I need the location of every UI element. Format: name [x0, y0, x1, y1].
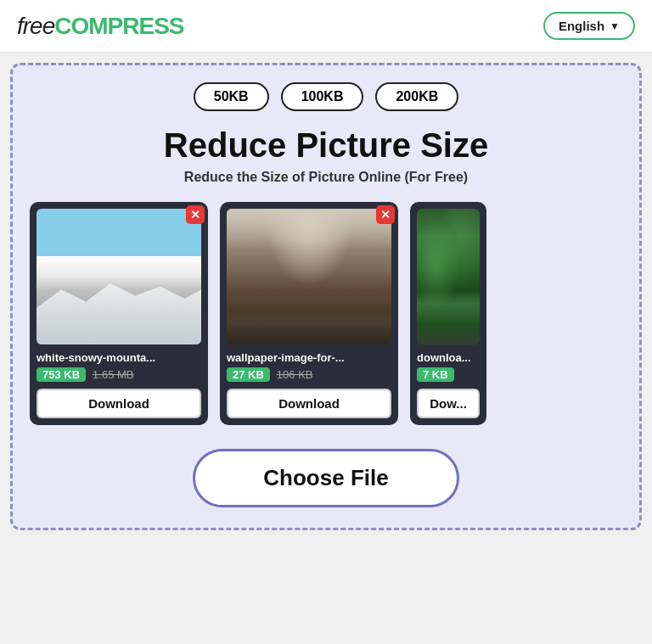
image-card-2: ✕ wallpaper-image-for-... 27 KB 106 KB D…: [220, 202, 398, 425]
logo-compress-text: COMPRESS: [54, 13, 183, 39]
main-content-area: 50KB 100KB 200KB Reduce Picture Size Red…: [10, 63, 642, 530]
card-sizes-2: 27 KB 106 KB: [227, 367, 391, 382]
chevron-down-icon: ▼: [610, 20, 620, 32]
size-button-100kb[interactable]: 100KB: [281, 82, 364, 111]
card-filename-1: white-snowy-mounta...: [37, 351, 201, 364]
logo: freeCOMPRESS: [17, 13, 184, 40]
page-title: Reduce Picture Size: [164, 126, 488, 165]
language-button[interactable]: English ▼: [543, 12, 635, 40]
new-size-badge-2: 27 KB: [227, 367, 270, 382]
snow-mountain-image: [37, 209, 201, 344]
image-cards-row: ✕ white-snowy-mounta... 753 KB 1.65 MB D…: [30, 202, 622, 425]
image-card-1: ✕ white-snowy-mounta... 753 KB 1.65 MB D…: [30, 202, 208, 425]
choose-file-button[interactable]: Choose File: [193, 449, 458, 507]
new-size-badge-1: 753 KB: [37, 367, 86, 382]
download-button-3[interactable]: Dow...: [417, 389, 480, 418]
header: freeCOMPRESS English ▼: [0, 0, 652, 53]
size-button-50kb[interactable]: 50KB: [194, 82, 269, 111]
card-sizes-3: 7 KB: [417, 367, 480, 382]
card-sizes-1: 753 KB 1.65 MB: [37, 367, 201, 382]
logo-free-text: free: [17, 13, 54, 39]
old-size-label-1: 1.65 MB: [93, 368, 133, 381]
size-button-200kb[interactable]: 200KB: [375, 82, 458, 111]
language-label: English: [559, 19, 604, 33]
page-subtitle: Reduce the Size of Picture Online (For F…: [184, 170, 468, 185]
close-button-2[interactable]: ✕: [376, 205, 395, 224]
download-button-2[interactable]: Download: [227, 389, 391, 418]
image-card-3: downloa... 7 KB Dow...: [410, 202, 486, 425]
card-image-2: [227, 209, 391, 344]
mountain-art-image: [227, 209, 391, 344]
card-filename-3: downloa...: [417, 351, 480, 364]
old-size-label-2: 106 KB: [277, 368, 313, 381]
new-size-badge-3: 7 KB: [417, 367, 454, 382]
size-buttons-row: 50KB 100KB 200KB: [194, 82, 459, 111]
card-image-1: [37, 209, 201, 344]
download-button-1[interactable]: Download: [37, 389, 201, 418]
card-filename-2: wallpaper-image-for-...: [227, 351, 391, 364]
forest-image: [417, 209, 480, 344]
card-image-3: [417, 209, 480, 344]
close-button-1[interactable]: ✕: [186, 205, 205, 224]
